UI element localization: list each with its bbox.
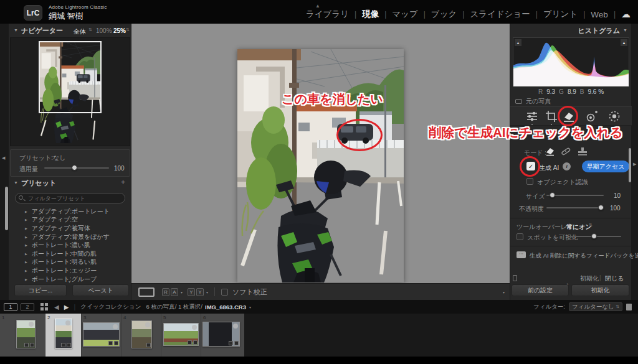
module-library[interactable]: ライブラリ [306,9,349,20]
toolbar-options-caret[interactable]: ▾ [503,290,505,294]
selected-filename[interactable]: IMG_6863.CR3 [205,304,246,310]
rating-circle-badge[interactable] [233,324,238,329]
before-after-y2-icon[interactable]: Y [196,288,204,296]
expand-icon[interactable]: ▶ [25,269,27,273]
paste-button[interactable]: ペースト [72,284,129,296]
collapse-left-panel-icon[interactable]: ◀ [2,156,5,161]
cloud-sync-icon[interactable]: ☁ [621,9,631,20]
navigator-zoom-100[interactable]: 100% [96,27,112,34]
right-scrollbar-thumb[interactable] [629,148,631,182]
next-photo-icon[interactable]: ▶ [64,304,69,310]
amount-slider[interactable] [44,165,109,171]
filmstrip-thumb-4[interactable]: 4 [121,314,161,357]
preset-item[interactable]: ▶アダプティブ:被写体 [15,224,127,233]
navigator-zoom-fit[interactable]: 全体 [74,27,86,36]
reset-button[interactable]: 初期化 [571,284,629,296]
collection-breadcrumb[interactable]: クイックコレクション [80,303,141,311]
navigator-view-rectangle[interactable] [39,41,102,113]
preset-item[interactable]: ▶アダプティブ:背景をぼかす [15,233,127,241]
monitor-2-button[interactable]: 2 [21,303,34,311]
module-print[interactable]: プリント [543,9,578,20]
collapse-top-panel-icon[interactable]: ▲ [315,3,320,9]
preset-item[interactable]: ▶ポートレート:濃い肌 [15,241,127,250]
reference-view-r-icon[interactable]: R [162,288,169,296]
edit-sliders-icon[interactable] [526,110,538,123]
thumb-image[interactable] [55,319,72,348]
tool-close-link[interactable]: 閉じる [605,274,624,283]
copy-button[interactable]: コピー... [14,284,67,296]
navigator-collapse-icon[interactable]: ▼ [14,28,18,32]
preset-item[interactable]: ▶ポートレート:中間の肌 [15,250,127,258]
rating-circle-badge[interactable] [65,320,70,325]
object-aware-checkbox[interactable] [526,178,533,185]
opacity-slider[interactable] [546,205,604,211]
reference-view-caret[interactable]: ▾ [181,290,183,294]
soft-proof-checkbox[interactable] [221,289,228,296]
loupe-view-icon[interactable] [138,287,155,297]
navigator-preview[interactable] [10,37,130,146]
expand-icon[interactable]: ▶ [25,260,27,264]
rating-circle-badge[interactable] [29,322,34,327]
expand-icon[interactable]: ▶ [25,218,27,222]
preset-search-input[interactable] [15,193,125,203]
left-scrollbar-thumb[interactable] [5,187,8,230]
histogram[interactable]: ▲ ▲ [513,37,629,87]
original-photo-row[interactable]: 元の写真 [515,97,551,106]
rating-circle-badge[interactable] [145,322,150,327]
expand-icon[interactable]: ▶ [25,252,27,256]
visualize-spots-slider[interactable] [569,233,621,240]
expand-icon[interactable]: ▶ [25,235,27,239]
thumb-image[interactable] [83,322,120,347]
thumb-image[interactable] [131,320,152,348]
expand-icon[interactable]: ▶ [25,210,27,213]
crop-tool-icon[interactable] [545,110,558,123]
thumb-image[interactable] [163,323,199,346]
module-develop[interactable]: 現像 [362,9,379,20]
tool-reset-link[interactable]: 初期化 [580,274,599,283]
histogram-collapse-icon[interactable]: ▼ [623,28,627,32]
filmstrip-thumb-3[interactable]: 3 [82,314,121,357]
photo[interactable] [237,49,404,282]
module-web[interactable]: Web [591,10,608,19]
rating-circle-badge[interactable] [192,325,197,330]
updown-icon[interactable]: ⇅ [126,27,130,32]
mode-eraser-icon[interactable] [545,146,555,156]
expand-icon[interactable]: ▶ [25,226,27,230]
breadcrumb-caret[interactable]: ▾ [249,305,251,309]
filter-switch-icon[interactable] [626,304,632,310]
reference-view-a-icon[interactable]: A [171,288,178,296]
size-slider[interactable] [546,192,604,198]
preset-item[interactable]: ▶ポートレート:エッジー [15,266,127,275]
module-book[interactable]: ブック [431,9,457,20]
shadow-clipping-icon[interactable]: ▲ [515,39,521,46]
monitor-1-button[interactable]: 1 [4,303,17,311]
preset-item[interactable]: ▶アダプティブ:ポートレート [15,207,127,216]
module-slideshow[interactable]: スライドショー [470,9,530,20]
thumb-image[interactable] [16,320,36,348]
highlight-clipping-icon[interactable]: ▲ [621,39,627,46]
filter-dropdown[interactable]: フィルターなし ⇅ [569,302,622,311]
previous-settings-button[interactable]: 前の設定 [512,284,569,296]
preset-item[interactable]: ▶ポートレート:明るい肌 [15,258,127,267]
masking-tool-icon[interactable] [608,110,621,123]
mode-heal-icon[interactable] [561,146,571,156]
tool-overlay-value[interactable]: 常にオン [566,223,592,231]
rating-circle-badge[interactable] [113,324,118,329]
before-after-caret[interactable]: ▾ [206,290,208,294]
expand-icon[interactable]: ▶ [25,278,27,281]
collapse-right-panel-icon[interactable]: ▶ [633,162,636,167]
mode-clone-icon[interactable] [578,146,588,156]
thumb-image[interactable] [202,322,240,347]
expand-icon[interactable]: ▶ [25,243,27,247]
filmstrip-thumb-5[interactable]: 5 [161,314,201,357]
app-logo[interactable]: LrC [24,5,42,21]
visualize-spots-checkbox[interactable] [517,233,523,240]
panel-switch-icon[interactable] [513,275,517,281]
filmstrip-thumb-2-selected[interactable]: 2 [45,314,82,357]
add-preset-icon[interactable]: + [121,178,125,187]
gen-ai-feedback-link[interactable]: 生成 AI 削除に関するフィードバックを送る [530,252,638,260]
grid-view-icon[interactable] [40,303,48,310]
filmstrip-thumb-1[interactable]: 1 [0,314,45,357]
previous-photo-icon[interactable]: ◀ [54,304,59,310]
presets-collapse-icon[interactable]: ▼ [14,180,18,185]
